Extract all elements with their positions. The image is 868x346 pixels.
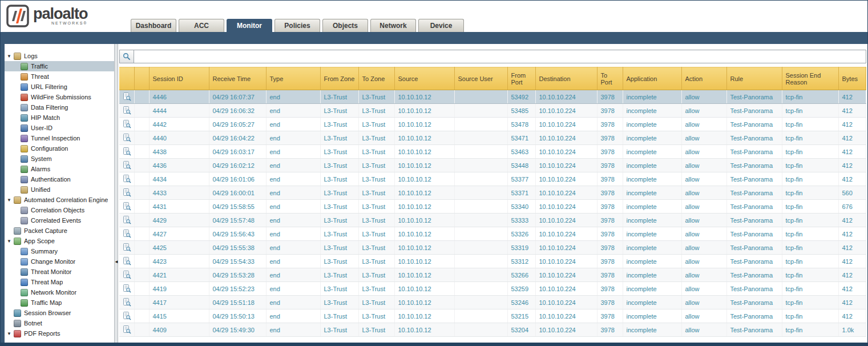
column-header-to-port[interactable]: To Port	[597, 67, 623, 90]
log-row[interactable]: 443304/29 16:00:01endL3-TrustL3-Trust10.…	[119, 186, 866, 200]
sidebar-item-configuration[interactable]: Configuration	[5, 143, 114, 154]
expand-collapse-icon[interactable]: ▼	[7, 54, 14, 59]
sidebar-item-threat-monitor[interactable]: Threat Monitor	[5, 267, 114, 277]
sidebar-item-packet-capture[interactable]: Packet Capture	[5, 226, 114, 236]
column-header-type[interactable]: Type	[266, 67, 320, 90]
log-detail-magnifier-icon[interactable]	[123, 92, 131, 101]
log-row[interactable]: 441504/29 15:50:13endL3-TrustL3-Trust10.…	[119, 309, 866, 323]
cell-blank	[134, 131, 149, 145]
log-detail-magnifier-icon[interactable]	[123, 230, 131, 238]
sidebar-item-logs[interactable]: ▼Logs	[5, 51, 114, 61]
log-detail-magnifier-icon[interactable]	[123, 202, 131, 211]
column-header-receive-time[interactable]: Receive Time	[209, 67, 266, 90]
log-row[interactable]: 444004/29 16:04:22endL3-TrustL3-Trust10.…	[119, 131, 866, 145]
column-header-application[interactable]: Application	[623, 67, 681, 90]
log-detail-magnifier-icon[interactable]	[123, 284, 131, 293]
log-detail-magnifier-icon[interactable]	[123, 134, 131, 142]
sidebar-item-system[interactable]: System	[5, 154, 114, 164]
log-detail-magnifier-icon[interactable]	[123, 298, 131, 307]
cell-blank	[134, 200, 149, 214]
sidebar-item-session-browser[interactable]: Session Browser	[5, 308, 114, 318]
column-header-source[interactable]: Source	[394, 67, 454, 90]
tab-dashboard[interactable]: Dashboard	[131, 19, 176, 32]
column-header-source-user[interactable]: Source User	[454, 67, 507, 90]
tab-monitor[interactable]: Monitor	[227, 19, 272, 32]
sidebar-item-network-monitor[interactable]: Network Monitor	[5, 287, 114, 297]
tab-objects[interactable]: Objects	[322, 19, 368, 32]
sidebar-item-change-monitor[interactable]: Change Monitor	[5, 256, 114, 267]
sidebar-item-automated-correlation-engine[interactable]: ▼Automated Correlation Engine	[5, 195, 114, 205]
log-row[interactable]: 444404/29 16:06:32endL3-TrustL3-Trust10.…	[119, 104, 866, 118]
sidebar-item-threat-map[interactable]: Threat Map	[5, 277, 114, 287]
sidebar-item-correlated-events[interactable]: Correlated Events	[5, 215, 114, 226]
log-row[interactable]: 442904/29 15:57:48endL3-TrustL3-Trust10.…	[119, 214, 866, 227]
tab-network[interactable]: Network	[370, 19, 416, 32]
cell-rule: Test-Panorama	[726, 282, 782, 296]
log-row[interactable]: 443104/29 15:58:55endL3-TrustL3-Trust10.…	[119, 200, 866, 214]
sidebar-item-threat[interactable]: Threat	[5, 71, 114, 82]
sidebar-item-alarms[interactable]: Alarms	[5, 164, 114, 174]
column-header-destination[interactable]: Destination	[535, 67, 597, 90]
sidebar-item-app-scope[interactable]: ▼App Scope	[5, 236, 114, 246]
log-row[interactable]: 444604/29 16:07:37endL3-TrustL3-Trust10.…	[119, 90, 866, 104]
tab-device[interactable]: Device	[418, 19, 464, 32]
column-header-session-id[interactable]: Session ID	[149, 67, 209, 90]
log-detail-magnifier-icon[interactable]	[123, 271, 131, 279]
sidebar-item-traffic-map[interactable]: Traffic Map	[5, 297, 114, 308]
column-header-from-zone[interactable]: From Zone	[320, 67, 358, 90]
sidebar-splitter[interactable]: ◄	[114, 44, 118, 343]
tab-acc[interactable]: ACC	[179, 19, 224, 32]
cell-session_end_reason: tcp-fin	[782, 309, 838, 323]
log-filter-input[interactable]	[134, 50, 866, 63]
column-header-from-port[interactable]: From Port	[507, 67, 535, 90]
log-row[interactable]: 441904/29 15:52:23endL3-TrustL3-Trust10.…	[119, 282, 866, 296]
sidebar-item-unified[interactable]: Unified	[5, 184, 114, 195]
log-row[interactable]: 442504/29 15:55:38endL3-TrustL3-Trust10.…	[119, 241, 866, 255]
log-row[interactable]: 442304/29 15:54:33endL3-TrustL3-Trust10.…	[119, 255, 866, 268]
sidebar-item-hip-match[interactable]: HIP Match	[5, 112, 114, 123]
log-row[interactable]: 442704/29 15:56:43endL3-TrustL3-Trust10.…	[119, 227, 866, 241]
cell-session_id: 4415	[149, 309, 209, 323]
search-button[interactable]	[119, 50, 134, 63]
sidebar-item-authentication[interactable]: Authentication	[5, 174, 114, 184]
log-detail-magnifier-icon[interactable]	[123, 188, 131, 197]
sidebar-item-user-id[interactable]: User-ID	[5, 123, 114, 133]
cell-bytes: 412	[838, 282, 866, 296]
log-detail-magnifier-icon[interactable]	[123, 120, 131, 128]
column-header-session-end-reason[interactable]: Session End Reason	[782, 67, 838, 90]
log-detail-magnifier-icon[interactable]	[123, 257, 131, 265]
log-detail-magnifier-icon[interactable]	[123, 106, 131, 115]
log-detail-magnifier-icon[interactable]	[123, 325, 131, 334]
log-detail-magnifier-icon[interactable]	[123, 216, 131, 224]
collapse-sidebar-icon[interactable]: ◄	[114, 259, 119, 264]
log-detail-magnifier-icon[interactable]	[123, 243, 131, 252]
log-row[interactable]: 443604/29 16:02:12endL3-TrustL3-Trust10.…	[119, 159, 866, 172]
expand-collapse-icon[interactable]: ▼	[7, 198, 14, 203]
log-row[interactable]: 442104/29 15:53:28endL3-TrustL3-Trust10.…	[119, 268, 866, 282]
sidebar-item-pdf-reports[interactable]: ▼PDF Reports	[5, 328, 114, 339]
column-header-action[interactable]: Action	[681, 67, 726, 90]
log-detail-magnifier-icon[interactable]	[123, 312, 131, 320]
expand-collapse-icon[interactable]: ▼	[7, 239, 14, 244]
sidebar-item-botnet[interactable]: Botnet	[5, 318, 114, 328]
sidebar-item-summary[interactable]: Summary	[5, 246, 114, 256]
tab-policies[interactable]: Policies	[274, 19, 320, 32]
column-header-to-zone[interactable]: To Zone	[358, 67, 394, 90]
sidebar-item-data-filtering[interactable]: Data Filtering	[5, 102, 114, 112]
sidebar-item-tunnel-inspection[interactable]: Tunnel Inspection	[5, 133, 114, 143]
log-detail-magnifier-icon[interactable]	[123, 147, 131, 156]
sidebar-item-url-filtering[interactable]: URL Filtering	[5, 82, 114, 92]
expand-collapse-icon[interactable]: ▼	[7, 331, 14, 336]
log-detail-magnifier-icon[interactable]	[123, 175, 131, 183]
sidebar-item-traffic[interactable]: Traffic	[5, 61, 114, 71]
sidebar-item-correlation-objects[interactable]: Correlation Objects	[5, 205, 114, 215]
log-detail-magnifier-icon[interactable]	[123, 161, 131, 170]
log-row[interactable]: 440904/29 15:49:30endL3-TrustL3-Trust10.…	[119, 323, 866, 337]
log-row[interactable]: 444204/29 16:05:27endL3-TrustL3-Trust10.…	[119, 118, 866, 131]
log-row[interactable]: 443804/29 16:03:17endL3-TrustL3-Trust10.…	[119, 145, 866, 159]
sidebar-item-wildfire-submissions[interactable]: WildFire Submissions	[5, 92, 114, 102]
column-header-rule[interactable]: Rule	[726, 67, 782, 90]
log-row[interactable]: 443404/29 16:01:06endL3-TrustL3-Trust10.…	[119, 172, 866, 186]
column-header-bytes[interactable]: Bytes	[838, 67, 866, 90]
log-row[interactable]: 441704/29 15:51:18endL3-TrustL3-Trust10.…	[119, 296, 866, 309]
